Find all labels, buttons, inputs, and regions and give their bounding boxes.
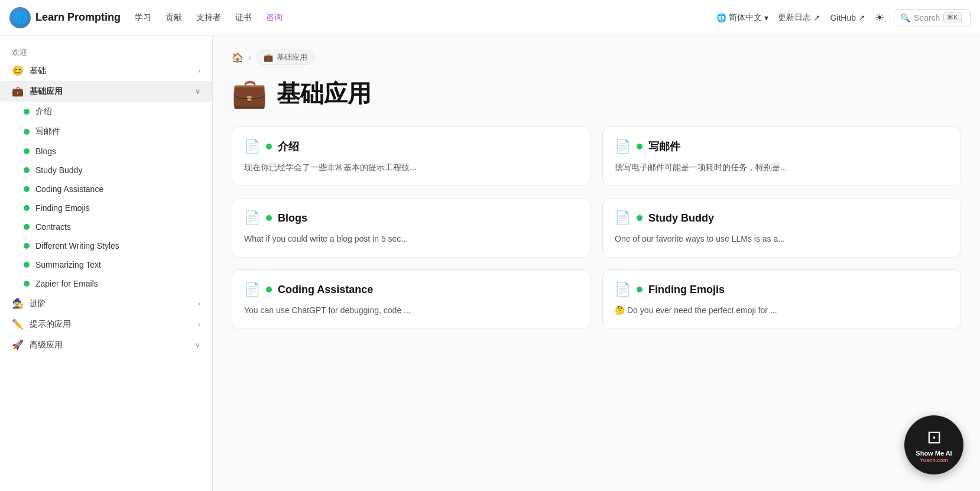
theme-toggle[interactable]: ☀ [875, 11, 884, 24]
blogs-status-dot [24, 148, 30, 154]
sidebar-item-app-prompts[interactable]: ✏️ 提示的应用 › [0, 314, 212, 334]
card-email-desc: 撰写电子邮件可能是一项耗时的任务，特别是... [615, 161, 949, 174]
sidebar-item-summarizing[interactable]: Summarizing Text [0, 255, 212, 274]
language-selector[interactable]: 🌐 简体中文 ▾ [716, 12, 768, 23]
logo-icon: 🌐 [9, 7, 31, 28]
show-me-ai-button[interactable]: ⊡ Show Me AI Yuacn.com [904, 415, 963, 474]
card-email-doc-icon: 📄 [615, 139, 631, 154]
app-prompts-icon: ✏️ [12, 318, 24, 330]
email-status-dot [24, 129, 30, 135]
lang-chevron-icon: ▾ [764, 13, 768, 22]
summarizing-label: Summarizing Text [35, 260, 200, 269]
main-layout: 欢迎 😊 基础 › 💼 基础应用 ∨ 介绍 写邮件 Blogs [0, 35, 980, 491]
card-coding-doc-icon: 📄 [244, 282, 260, 297]
nav-cert[interactable]: 证书 [235, 12, 252, 23]
sidebar-item-intro[interactable]: 介绍 [0, 102, 212, 122]
nav-supporters[interactable]: 支持者 [196, 12, 221, 23]
advanced-icon: 🧙 [12, 298, 24, 309]
card-intro[interactable]: 📄 介绍 现在你已经学会了一些非常基本的提示工程技... [232, 126, 590, 186]
card-blogs[interactable]: 📄 Blogs What if you could write a blog p… [232, 198, 590, 258]
nav-study[interactable]: 学习 [135, 12, 151, 23]
sidebar-item-zapier[interactable]: Zapier for Emails [0, 274, 212, 293]
sidebar-item-coding[interactable]: Coding Assistance [0, 180, 212, 199]
show-me-ai-icon: ⊡ [927, 427, 942, 447]
card-coding-title: Coding Assistance [278, 284, 373, 296]
card-intro-title: 介绍 [278, 139, 299, 154]
zapier-label: Zapier for Emails [35, 279, 200, 288]
github-button[interactable]: GitHub ↗ [830, 13, 865, 22]
sidebar-item-contracts[interactable]: Contracts [0, 217, 212, 236]
card-email-header: 📄 写邮件 [615, 139, 949, 154]
card-blogs-desc: What if you could write a blog post in 5… [244, 233, 578, 245]
page-header: 💼 基础应用 [232, 77, 961, 110]
summarizing-status-dot [24, 262, 30, 268]
search-box[interactable]: 🔍 Search ⌘K [894, 9, 971, 25]
email-label: 写邮件 [35, 126, 200, 137]
site-title: Learn Prompting [35, 11, 121, 24]
advanced-label: 进阶 [30, 298, 192, 309]
card-study-buddy[interactable]: 📄 Study Buddy One of our favorite ways t… [602, 198, 961, 258]
card-finding-emojis-header: 📄 Finding Emojis [615, 282, 949, 297]
external-link-icon: ↗ [813, 13, 820, 22]
search-shortcut: ⌘K [943, 12, 961, 22]
blogs-label: Blogs [35, 147, 200, 156]
sidebar-item-advanced-apps[interactable]: 🚀 高级应用 ∨ [0, 334, 212, 355]
contracts-label: Contracts [35, 222, 200, 232]
nav-contribute[interactable]: 贡献 [166, 12, 182, 23]
search-placeholder: Search [914, 13, 940, 22]
basic-apps-chevron-icon: ∨ [195, 87, 200, 96]
card-email[interactable]: 📄 写邮件 撰写电子邮件可能是一项耗时的任务，特别是... [602, 126, 961, 186]
card-coding[interactable]: 📄 Coding Assistance You can use ChatGPT … [232, 269, 590, 329]
advanced-chevron-icon: › [198, 300, 200, 308]
breadcrumb-current[interactable]: 💼 基础应用 [256, 50, 315, 65]
basics-label: 基础 [30, 66, 192, 76]
nav-consult[interactable]: 咨询 [266, 12, 283, 23]
sidebar-item-writing-styles[interactable]: Different Writing Styles [0, 236, 212, 255]
topbar: 🌐 Learn Prompting 学习 贡献 支持者 证书 咨询 🌐 简体中文… [0, 0, 980, 35]
sidebar-welcome-label: 欢迎 [0, 43, 212, 60]
sidebar-item-study-buddy[interactable]: Study Buddy [0, 161, 212, 180]
writing-styles-status-dot [24, 243, 30, 249]
sidebar-item-basics[interactable]: 😊 基础 › [0, 60, 212, 81]
basic-apps-icon: 💼 [12, 86, 24, 97]
app-prompts-label: 提示的应用 [30, 319, 192, 330]
card-intro-desc: 现在你已经学会了一些非常基本的提示工程技... [244, 161, 578, 174]
advanced-apps-chevron-icon: ∨ [195, 341, 200, 349]
card-finding-emojis-status-dot [637, 287, 642, 292]
card-blogs-header: 📄 Blogs [244, 210, 578, 226]
page-header-icon: 💼 [232, 77, 267, 110]
sidebar-item-blogs[interactable]: Blogs [0, 142, 212, 161]
contracts-status-dot [24, 224, 30, 230]
study-buddy-status-dot [24, 167, 30, 173]
card-blogs-title: Blogs [278, 212, 307, 225]
github-label: GitHub [830, 13, 856, 22]
github-external-icon: ↗ [858, 13, 865, 22]
sidebar-item-finding-emojis[interactable]: Finding Emojis [0, 199, 212, 217]
card-blogs-doc-icon: 📄 [244, 210, 260, 226]
finding-emojis-status-dot [24, 205, 30, 211]
basics-chevron-icon: › [198, 67, 200, 75]
card-intro-status-dot [266, 144, 272, 149]
breadcrumb: 🏠 › 💼 基础应用 [232, 50, 961, 65]
sidebar-item-email[interactable]: 写邮件 [0, 122, 212, 142]
card-finding-emojis-desc: 🤔 Do you ever need the perfect emoji for… [615, 304, 949, 317]
sidebar-item-advanced[interactable]: 🧙 进阶 › [0, 293, 212, 314]
card-finding-emojis[interactable]: 📄 Finding Emojis 🤔 Do you ever need the … [602, 269, 961, 329]
advanced-apps-icon: 🚀 [12, 339, 24, 350]
page-title: 基础应用 [277, 77, 371, 110]
advanced-apps-label: 高级应用 [30, 340, 189, 350]
changelog-button[interactable]: 更新日志 ↗ [778, 12, 820, 23]
intro-label: 介绍 [35, 106, 200, 117]
sidebar-item-basic-apps[interactable]: 💼 基础应用 ∨ [0, 81, 212, 102]
card-finding-emojis-title: Finding Emojis [648, 284, 725, 296]
topbar-right: 🌐 简体中文 ▾ 更新日志 ↗ GitHub ↗ ☀ 🔍 Search ⌘K [716, 9, 971, 25]
card-study-buddy-desc: One of our favorite ways to use LLMs is … [615, 233, 949, 245]
card-blogs-status-dot [266, 215, 272, 221]
card-study-buddy-doc-icon: 📄 [615, 210, 631, 226]
breadcrumb-home-icon[interactable]: 🏠 [232, 52, 244, 63]
lang-label: 简体中文 [729, 12, 762, 23]
intro-status-dot [24, 109, 30, 115]
card-intro-doc-icon: 📄 [244, 139, 260, 154]
logo-area[interactable]: 🌐 Learn Prompting [9, 7, 121, 28]
breadcrumb-current-label: 基础应用 [277, 52, 307, 63]
